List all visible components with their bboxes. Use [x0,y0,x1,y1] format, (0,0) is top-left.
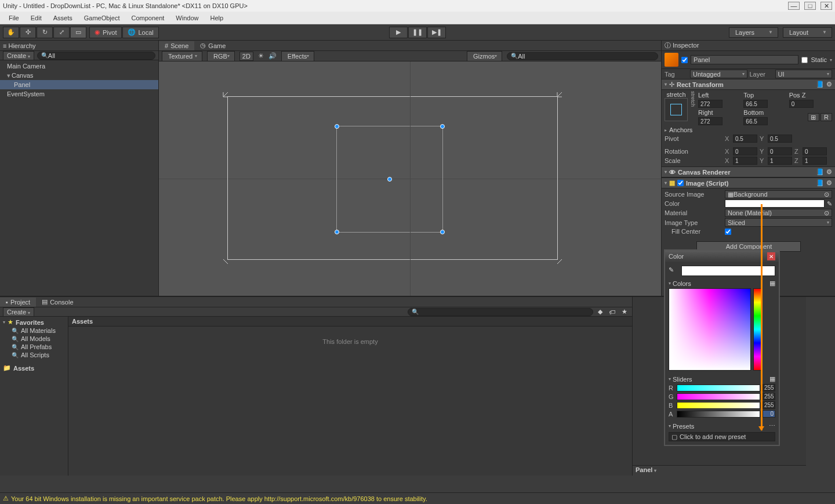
help-icon[interactable]: 📘 [816,81,824,88]
hierarchy-tab[interactable]: ≡ Hierarchy [3,42,36,49]
effects-dropdown[interactable]: Effects▾ [281,51,314,61]
help-icon[interactable]: 📘 [816,168,824,176]
scale-y-field[interactable] [768,157,792,165]
color-field[interactable] [725,200,825,208]
menu-edit[interactable]: Edit [25,13,48,23]
raw-edit-button[interactable]: R [821,113,832,121]
image-header[interactable]: ▾▦Image (Script) 📘⚙ [662,177,835,188]
scene-tab[interactable]: # Scene [159,41,194,50]
scale-tool[interactable]: ⤢ [53,27,70,38]
preview-footer[interactable]: Panel ▾ [633,465,806,476]
b-value[interactable]: 255 [763,401,775,409]
hierarchy-item-panel[interactable]: Panel [0,80,158,89]
handle-center[interactable] [387,177,392,182]
b-slider[interactable] [677,402,760,409]
presets-header[interactable]: Presets [673,423,694,430]
color-mode-icon[interactable]: ▦ [769,280,775,287]
gameobject-name-field[interactable]: Panel [691,55,798,64]
handle-sw[interactable] [335,230,339,234]
left-field[interactable] [698,100,723,108]
gizmos-dropdown[interactable]: Gizmos▾ [467,51,502,61]
maximize-button[interactable]: □ [804,2,816,10]
posz-field[interactable] [789,100,814,108]
draw-mode-dropdown[interactable]: Textured▾ [162,51,202,61]
scale-z-field[interactable] [803,157,827,165]
favorites-header[interactable]: ▾★Favorites [0,318,68,327]
source-image-field[interactable]: ▦Background⊙ [725,190,832,198]
menu-assets[interactable]: Assets [48,13,78,23]
scale-x-field[interactable] [733,157,757,165]
play-button[interactable]: ▶ [389,27,408,38]
rotate-tool[interactable]: ↻ [37,27,53,38]
rot-y-field[interactable] [768,147,792,155]
anchors-label[interactable]: Anchors [669,126,692,133]
menu-file[interactable]: File [3,13,25,23]
render-mode-dropdown[interactable]: RGB▾ [207,51,235,61]
rect-transform-header[interactable]: ▾⊹Rect Transform 📘⚙ [662,79,835,90]
layer-dropdown[interactable]: UI▾ [775,70,833,78]
slider-mode-icon[interactable]: ▦ [769,375,775,383]
game-tab[interactable]: ◷ Game [194,41,231,50]
fav-scripts[interactable]: 🔍All Scripts [0,351,68,359]
color-field[interactable] [669,288,751,371]
gear-icon[interactable]: ⚙ [826,168,832,176]
2d-toggle[interactable]: 2D [239,52,253,61]
r-value[interactable]: 255 [763,384,775,391]
menu-gameobject[interactable]: GameObject [78,13,126,23]
pivot-x-field[interactable] [733,135,757,143]
layout-dropdown[interactable]: Layout▼ [783,27,832,38]
pause-button[interactable]: ❚❚ [408,27,427,38]
move-tool[interactable]: ✣ [20,27,36,38]
minimize-button[interactable]: — [788,2,800,10]
gameobject-active-checkbox[interactable] [681,57,688,63]
hierarchy-create-button[interactable]: Create ▾ [3,51,34,60]
assets-root[interactable]: 📁Assets [0,364,68,372]
blueprint-button[interactable]: ⊞ [808,113,819,121]
sliders-header[interactable]: Sliders [673,376,692,383]
menu-component[interactable]: Component [125,13,170,23]
fav-materials[interactable]: 🔍All Materials [0,327,68,335]
close-button[interactable]: ✕ [821,2,832,10]
a-slider[interactable] [677,411,760,418]
image-enable-checkbox[interactable] [677,180,684,186]
filter-label-icon[interactable]: 🏷 [607,309,617,316]
panel-selection-gizmo[interactable] [336,126,443,233]
hierarchy-item-camera[interactable]: Main Camera [0,61,158,71]
fav-models[interactable]: 🔍All Models [0,335,68,343]
handle-ne[interactable] [440,124,445,129]
r-slider[interactable] [677,385,760,391]
image-type-dropdown[interactable]: Sliced▾ [725,218,832,227]
rot-z-field[interactable] [803,147,827,155]
g-value[interactable]: 255 [763,393,775,400]
help-icon[interactable]: 📘 [816,179,824,187]
save-filter-icon[interactable]: ★ [620,308,629,316]
tag-dropdown[interactable]: Untagged▾ [690,70,747,78]
menu-help[interactable]: Help [204,13,229,23]
project-breadcrumb[interactable]: Assets [68,317,632,327]
g-slider[interactable] [677,393,760,400]
light-icon[interactable]: ☀ [258,52,264,60]
layers-dropdown[interactable]: Layers▼ [729,27,778,38]
color-picker-close[interactable]: ✕ [767,252,775,260]
top-field[interactable] [743,100,768,108]
fav-prefabs[interactable]: 🔍All Prefabs [0,343,68,351]
rot-x-field[interactable] [733,147,757,155]
canvas-renderer-header[interactable]: ▾👁Canvas Renderer 📘⚙ [662,166,835,177]
a-value[interactable]: 0 [763,410,775,418]
gameobject-icon[interactable] [665,53,678,67]
anchor-preset-button[interactable] [665,98,688,121]
gear-icon[interactable]: ⚙ [826,179,832,187]
handle-se[interactable] [440,230,445,234]
project-create-button[interactable]: Create ▾ [3,307,34,317]
console-tab[interactable]: ▤ Console [36,297,79,307]
bottom-field[interactable] [743,117,768,125]
pivot-y-field[interactable] [768,135,792,143]
menu-window[interactable]: Window [170,13,204,23]
eyedropper-icon[interactable]: ✎ [669,266,678,275]
local-toggle[interactable]: 🌐Local [122,27,158,38]
rect-tool[interactable]: ▭ [70,27,86,38]
gear-icon[interactable]: ⚙ [826,81,832,88]
handle-nw[interactable] [335,124,339,129]
color-picker-dialog[interactable]: Color ✕ ✎ ▾Colors▦ ▾Sliders▦ R 255 G 255… [664,249,780,446]
scene-viewport[interactable] [159,61,661,296]
